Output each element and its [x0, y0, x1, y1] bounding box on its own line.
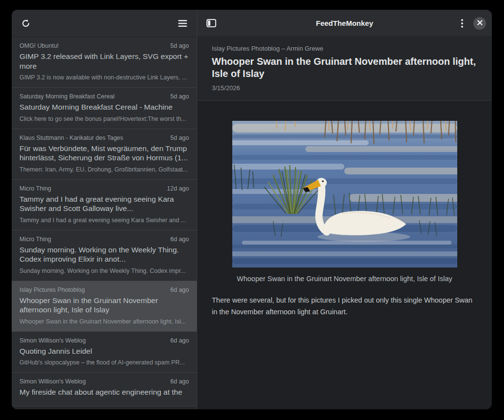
article-toolbar: FeedTheMonkey	[197, 10, 492, 37]
sidebar-toggle-icon	[206, 19, 216, 27]
refresh-icon	[21, 19, 31, 28]
feed-list-item[interactable]: Saturday Morning Breakfast Cereal 5d ago…	[12, 88, 197, 129]
feed-item-title: Saturday Morning Breakfast Cereal - Mach…	[19, 102, 189, 112]
feed-item-meta: Micro Thing 6d ago	[19, 236, 189, 243]
feed-list-item[interactable]: Klaus Stuttmann - Karikatur des Tages 5d…	[12, 129, 197, 180]
feed-item-summary: Tammy and I had a great evening seeing K…	[19, 216, 189, 224]
app-window: OMG! Ubuntu! 5d ago GIMP 3.2 released wi…	[12, 10, 492, 409]
feed-timestamp: 5d ago	[170, 42, 189, 49]
list-toolbar	[12, 10, 197, 37]
feed-source: Simon Willison's Weblog	[19, 378, 167, 385]
feed-item-meta: Klaus Stuttmann - Karikatur des Tages 5d…	[19, 134, 189, 141]
desktop-background: OMG! Ubuntu! 5d ago GIMP 3.2 released wi…	[0, 0, 504, 420]
feed-list-item[interactable]: Islay Pictures Photoblog 6d ago Whooper …	[12, 281, 197, 332]
feed-item-title: Sunday morning. Working on the Weekly Th…	[19, 245, 189, 264]
feed-source: Klaus Stuttmann - Karikatur des Tages	[19, 134, 167, 141]
feed-item-summary: Themen: Iran, Army, EU, Drohung, Großbri…	[19, 166, 189, 173]
feed-timestamp: 6d ago	[170, 286, 189, 293]
feed-timestamp: 6d ago	[170, 337, 189, 344]
feed-item-meta: Micro Thing 12d ago	[19, 185, 189, 192]
feed-timestamp: 5d ago	[170, 93, 189, 100]
feed-item-meta: Simon Willison's Weblog 6d ago	[19, 337, 189, 344]
hamburger-icon	[178, 19, 187, 27]
feed-list-pane: OMG! Ubuntu! 5d ago GIMP 3.2 released wi…	[12, 10, 197, 409]
article-header: Islay Pictures Photoblog – Armin Grewe W…	[197, 37, 492, 101]
article-date: 3/15/2026	[212, 84, 477, 92]
article-body: Whooper Swan in the Gruinart November af…	[197, 101, 492, 409]
feed-item-meta: Saturday Morning Breakfast Cereal 5d ago	[19, 93, 189, 100]
app-title: FeedTheMonkey	[316, 19, 373, 27]
feed-source: Saturday Morning Breakfast Cereal	[19, 93, 167, 100]
feed-item-summary: GitHub's slopocalypse – the flood of AI-…	[19, 359, 189, 366]
swan-photo	[232, 121, 457, 267]
close-icon	[477, 19, 483, 27]
feed-timestamp: 5d ago	[170, 134, 189, 141]
feed-item-title: Für was Verbündete, Mist wegräumen, den …	[19, 144, 189, 163]
feed-item-summary: GIMP 3.2 is now available with non-destr…	[19, 74, 189, 81]
feed-source: Simon Willison's Weblog	[19, 337, 167, 344]
feed-item-title: GIMP 3.2 released with Link Layers, SVG …	[19, 52, 189, 71]
article-title: Whooper Swan in the Gruinart November af…	[212, 56, 477, 80]
image-caption: Whooper Swan in the Gruinart November af…	[232, 275, 457, 283]
feed-list-item[interactable]: Micro Thing 12d ago Tammy and I had a gr…	[12, 180, 197, 230]
feed-item-meta: OMG! Ubuntu! 5d ago	[19, 42, 189, 49]
feed-list-item[interactable]: OMG! Ubuntu! 5d ago GIMP 3.2 released wi…	[12, 37, 197, 88]
feed-item-title: Quoting Jannis Leidel	[19, 346, 189, 356]
feed-item-summary: Whooper Swan in the Gruinart November af…	[19, 318, 189, 325]
more-menu-button[interactable]	[454, 15, 470, 32]
kebab-menu-icon	[461, 19, 463, 28]
article-paragraph: There were several, but for this picture…	[212, 294, 475, 318]
feed-timestamp: 12d ago	[167, 185, 189, 192]
feed-item-summary: Sunday morning. Working on the Weekly Th…	[19, 267, 189, 275]
feed-source: Micro Thing	[19, 236, 167, 243]
feed-source: OMG! Ubuntu!	[19, 42, 167, 49]
feed-item-meta: Simon Willison's Weblog 6d ago	[19, 378, 189, 385]
feed-item-title: Tammy and I had a great evening seeing K…	[19, 194, 189, 213]
feed-list-item[interactable]: Simon Willison's Weblog 6d ago My firesi…	[12, 373, 197, 406]
article-figure: Whooper Swan in the Gruinart November af…	[232, 121, 457, 283]
article-pane: FeedTheMonkey	[197, 10, 492, 409]
menu-button[interactable]	[174, 15, 191, 32]
feed-item-title: Whooper Swan in the Gruinart November af…	[19, 296, 189, 315]
sidebar-toggle-button[interactable]	[203, 15, 220, 32]
article-source: Islay Pictures Photoblog – Armin Grewe	[212, 45, 477, 52]
feed-timestamp: 6d ago	[170, 236, 189, 243]
refresh-button[interactable]	[18, 15, 34, 32]
feed-list: OMG! Ubuntu! 5d ago GIMP 3.2 released wi…	[12, 37, 197, 409]
feed-item-summary: Click here to go see the bonus panel!Hov…	[19, 115, 189, 123]
feed-list-item[interactable]: Simon Willison's Weblog 6d ago Quoting J…	[12, 332, 197, 373]
toolbar-actions	[454, 15, 486, 32]
close-button[interactable]	[473, 17, 486, 30]
feed-item-meta: Islay Pictures Photoblog 6d ago	[19, 286, 189, 293]
feed-timestamp: 6d ago	[170, 378, 189, 385]
feed-source: Islay Pictures Photoblog	[19, 286, 167, 293]
feed-source: Micro Thing	[19, 185, 163, 192]
feed-list-item[interactable]: Micro Thing 6d ago Sunday morning. Worki…	[12, 230, 197, 281]
feed-item-title: My fireside chat about agentic engineeri…	[19, 387, 189, 397]
